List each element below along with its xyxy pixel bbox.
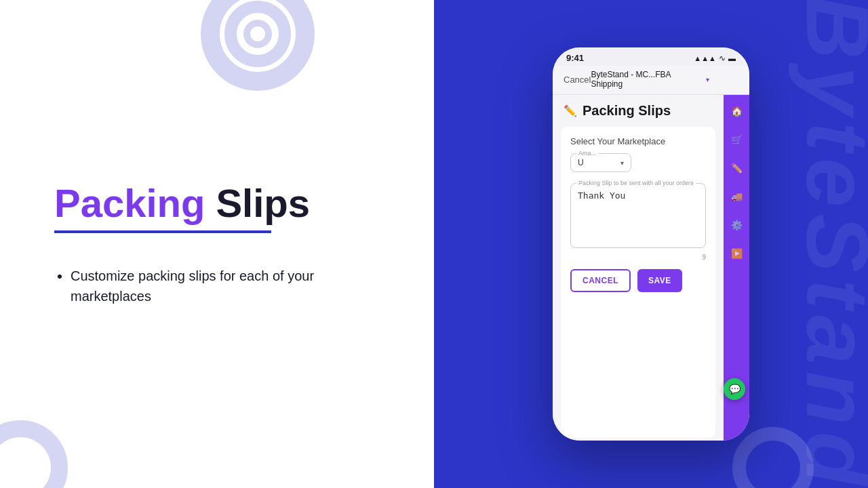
packing-slip-field-label: Packing Slip to be sent with all your or… [576, 180, 696, 186]
bytestand-watermark: ByteStand [787, 0, 868, 488]
packing-slip-textarea[interactable]: Thank You [578, 190, 698, 238]
phone-status-bar: 9:41 ▲▲▲ ∿ ▬ [553, 47, 749, 66]
sidebar-settings-icon[interactable]: ⚙️ [727, 216, 746, 235]
deco-top-circles [190, 0, 326, 102]
sidebar-home-icon[interactable]: 🏠 [727, 102, 746, 121]
store-dropdown-arrow[interactable]: ▾ [706, 76, 709, 83]
save-button[interactable]: SAVE [637, 269, 682, 292]
signal-icon: ▲▲▲ [694, 54, 716, 62]
phone-content-card: Select Your Marketplace Ama... U ▾ Packi… [561, 127, 715, 438]
title-word-slips: Slips [216, 182, 310, 225]
feature-item-1: Customize packing slips for each of your… [71, 266, 355, 306]
chat-bubble-button[interactable]: 💬 [724, 378, 745, 400]
status-icons: ▲▲▲ ∿ ▬ [694, 54, 736, 63]
phone-mockup: 9:41 ▲▲▲ ∿ ▬ Cancel ByteStand - MC...FBA… [553, 47, 749, 441]
status-time: 9:41 [566, 53, 584, 63]
phone-page-header: ✏️ Packing Slips [553, 95, 724, 124]
phone-main: ✏️ Packing Slips Select Your Marketplace… [553, 95, 724, 441]
marketplace-dropdown[interactable]: Ama... U ▾ [570, 153, 631, 172]
page-title: Packing Slips [54, 182, 434, 225]
phone-actions: CANCEL SAVE [570, 269, 706, 292]
title-underline [54, 230, 271, 233]
phone-body: ✏️ Packing Slips Select Your Marketplace… [553, 95, 749, 441]
sidebar-play-icon[interactable]: ▶️ [727, 244, 746, 263]
sidebar-shipping-icon[interactable]: 🚚 [727, 187, 746, 206]
marketplace-dropdown-field-label: Ama... [576, 150, 598, 157]
cancel-button[interactable]: CANCEL [570, 269, 631, 292]
marketplace-selected-value: U [578, 158, 584, 167]
deco-bottom-right [732, 427, 814, 488]
features-list: Customize packing slips for each of your… [54, 266, 434, 306]
battery-icon: ▬ [728, 54, 736, 62]
svg-point-1 [231, 7, 285, 61]
sidebar-edit-icon[interactable]: ✏️ [727, 159, 746, 178]
left-panel: Packing Slips Customize packing slips fo… [0, 0, 434, 488]
store-name: ByteStand - MC...FBA Shipping ▾ [591, 70, 709, 89]
deco-bottom-left [0, 420, 68, 488]
svg-point-2 [247, 23, 269, 45]
wifi-icon: ∿ [719, 54, 726, 63]
dropdown-chevron-icon: ▾ [620, 159, 624, 167]
packing-slip-field: Packing Slip to be sent with all your or… [570, 183, 706, 248]
header-cancel-button[interactable]: Cancel [564, 75, 591, 85]
page-title-container: Packing Slips [54, 182, 434, 255]
right-panel: ByteStand 9:41 ▲▲▲ ∿ ▬ Cancel ByteStand … [434, 0, 868, 488]
chat-icon: 💬 [729, 384, 741, 394]
packing-slips-title: Packing Slips [583, 103, 671, 119]
sidebar-cart-icon[interactable]: 🛒 [727, 130, 746, 149]
char-count: 9 [570, 253, 706, 261]
marketplace-label: Select Your Marketplace [570, 136, 706, 146]
pencil-icon: ✏️ [564, 104, 577, 117]
title-word-packing: Packing [54, 182, 205, 225]
phone-header: Cancel ByteStand - MC...FBA Shipping ▾ [553, 66, 749, 95]
